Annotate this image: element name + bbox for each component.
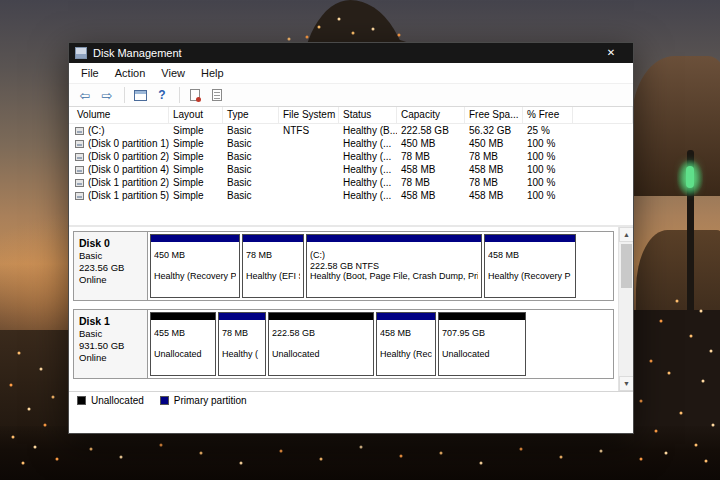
toolbar: ⇦ ⇨ ?: [69, 83, 633, 107]
partition-c-drive[interactable]: (C:) 222.58 GB NTFS Healthy (Boot, Page …: [306, 234, 482, 298]
volume-type: Basic: [223, 124, 279, 137]
help-icon[interactable]: ?: [152, 85, 172, 105]
window-title: Disk Management: [93, 47, 589, 59]
unallocated-swatch: [77, 396, 86, 405]
menu-help[interactable]: Help: [193, 63, 232, 83]
partition-line-2: [380, 339, 432, 350]
volume-icon: [75, 153, 84, 161]
partition[interactable]: 78 MB Healthy (: [218, 312, 266, 376]
volume-capacity: 222.58 GB: [397, 124, 465, 137]
volume-row[interactable]: (C:) Simple Basic NTFS Healthy (B... 222…: [69, 124, 633, 137]
column-layout[interactable]: Layout: [169, 107, 223, 124]
volume-status: Healthy (...: [339, 189, 397, 202]
document-lines-icon: [212, 89, 222, 101]
volume-capacity: 450 MB: [397, 137, 465, 150]
volume-free: 78 MB: [465, 176, 523, 189]
partition[interactable]: 458 MB Healthy (Reco: [376, 312, 436, 376]
column-pct-free[interactable]: % Free: [523, 107, 573, 124]
volume-status: Healthy (B...: [339, 124, 397, 137]
volume-pct-free: 100 %: [523, 176, 573, 189]
primary-partition-swatch: [160, 396, 169, 405]
partition[interactable]: 458 MB Healthy (Recovery P: [484, 234, 576, 298]
legend-label: Unallocated: [91, 395, 144, 406]
menu-view[interactable]: View: [153, 63, 193, 83]
volume-name: (C:): [88, 124, 105, 137]
partition-unallocated[interactable]: 707.95 GB Unallocated: [438, 312, 526, 376]
partition[interactable]: 78 MB Healthy (EFI S: [242, 234, 304, 298]
volume-pct-free: 100 %: [523, 137, 573, 150]
partition-unallocated[interactable]: 455 MB Unallocated: [150, 312, 216, 376]
scroll-up-icon[interactable]: ▲: [619, 227, 633, 242]
partition-line-1: 458 MB: [488, 250, 572, 261]
volume-free: 458 MB: [465, 189, 523, 202]
rescan-disks-icon[interactable]: [207, 85, 227, 105]
partition-color-bar: [269, 313, 373, 320]
volume-pct-free: 100 %: [523, 163, 573, 176]
disk-status: Online: [79, 352, 142, 364]
volume-row[interactable]: (Disk 0 partition 4) Simple Basic Health…: [69, 163, 633, 176]
legend-label: Primary partition: [174, 395, 247, 406]
volume-layout: Simple: [169, 150, 223, 163]
volume-row[interactable]: (Disk 1 partition 5) Simple Basic Health…: [69, 189, 633, 202]
volume-free: 458 MB: [465, 163, 523, 176]
toolbar-separator: [124, 87, 125, 103]
disk-1-row: Disk 1 Basic 931.50 GB Online 455 MB Una…: [73, 309, 614, 379]
menu-action[interactable]: Action: [107, 63, 154, 83]
partition-line-2: 222.58 GB NTFS: [310, 261, 478, 272]
disk-0-header[interactable]: Disk 0 Basic 223.56 GB Online: [74, 232, 148, 300]
console-tree-icon[interactable]: [130, 85, 150, 105]
volume-pct-free: 100 %: [523, 189, 573, 202]
column-free-space[interactable]: Free Spa...: [465, 107, 523, 124]
partition-line-2: [442, 339, 522, 350]
partition-color-bar: [151, 313, 215, 320]
window-icon: [134, 90, 147, 101]
column-file-system[interactable]: File System: [279, 107, 339, 124]
toolbar-separator: [179, 87, 180, 103]
scrollbar-thumb[interactable]: [621, 244, 632, 288]
partition-status: Unallocated: [442, 349, 522, 360]
disk-size: 931.50 GB: [79, 340, 142, 352]
partition-line-2: [488, 261, 572, 272]
volume-row[interactable]: (Disk 0 partition 1) Simple Basic Health…: [69, 137, 633, 150]
partition-line-1: 222.58 GB: [272, 328, 370, 339]
disk-name: Disk 0: [79, 237, 142, 250]
graphical-view: Disk 0 Basic 223.56 GB Online 450 MB Hea…: [69, 225, 633, 391]
menu-bar: File Action View Help: [69, 63, 633, 83]
disk-type: Basic: [79, 328, 142, 340]
partition-unallocated[interactable]: 222.58 GB Unallocated: [268, 312, 374, 376]
back-icon[interactable]: ⇦: [75, 85, 95, 105]
volume-pct-free: 25 %: [523, 124, 573, 137]
volume-layout: Simple: [169, 137, 223, 150]
volume-capacity: 78 MB: [397, 176, 465, 189]
partition[interactable]: 450 MB Healthy (Recovery P: [150, 234, 240, 298]
scroll-down-icon[interactable]: ▼: [619, 376, 633, 391]
disk-type: Basic: [79, 250, 142, 262]
partition-color-bar: [485, 235, 575, 242]
volume-list: Volume Layout Type File System Status Ca…: [69, 107, 633, 225]
minaret-green-light: [686, 166, 694, 188]
volume-icon: [75, 166, 84, 174]
properties-icon[interactable]: [185, 85, 205, 105]
volume-name: (Disk 0 partition 2): [88, 150, 169, 163]
title-bar[interactable]: Disk Management ✕: [69, 43, 633, 63]
volume-capacity: 78 MB: [397, 150, 465, 163]
volume-row[interactable]: (Disk 1 partition 2) Simple Basic Health…: [69, 176, 633, 189]
disk-1-header[interactable]: Disk 1 Basic 931.50 GB Online: [74, 310, 148, 378]
column-capacity[interactable]: Capacity: [397, 107, 465, 124]
partition-line-2: [154, 339, 212, 350]
partition-line-1: 78 MB: [222, 328, 262, 339]
close-button[interactable]: ✕: [589, 43, 633, 63]
column-type[interactable]: Type: [223, 107, 279, 124]
vertical-scrollbar[interactable]: ▲ ▼: [618, 227, 633, 391]
column-status[interactable]: Status: [339, 107, 397, 124]
volume-status: Healthy (...: [339, 150, 397, 163]
column-volume[interactable]: Volume: [69, 107, 169, 124]
legend-primary-partition: Primary partition: [160, 395, 247, 406]
menu-file[interactable]: File: [73, 63, 107, 83]
partition-status: Healthy (Recovery P: [154, 271, 236, 282]
volume-row[interactable]: (Disk 0 partition 2) Simple Basic Health…: [69, 150, 633, 163]
partition-status: Healthy (Reco: [380, 349, 432, 360]
volume-name: (Disk 0 partition 4): [88, 163, 169, 176]
document-red-icon: [190, 89, 200, 101]
forward-icon[interactable]: ⇨: [97, 85, 117, 105]
